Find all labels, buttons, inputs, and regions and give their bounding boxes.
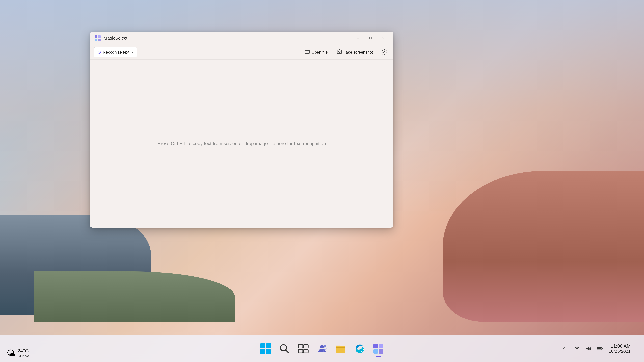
- magic-select-taskbar-button[interactable]: [370, 340, 387, 357]
- battery-icon[interactable]: [596, 345, 604, 353]
- window-controls: ─ □ ✕: [352, 33, 390, 43]
- weather-info: 24°C Sunny: [18, 348, 29, 359]
- svg-rect-1: [98, 35, 100, 38]
- weather-temperature: 24°C: [18, 348, 29, 354]
- minimize-button[interactable]: ─: [352, 33, 364, 43]
- svg-rect-18: [374, 344, 378, 348]
- tray-overflow-button[interactable]: ^: [560, 345, 568, 352]
- svg-rect-10: [298, 345, 303, 348]
- svg-rect-24: [598, 348, 601, 350]
- recognize-text-label: Recognize text: [103, 50, 130, 55]
- app-logo: [94, 34, 101, 42]
- app-title: MagicSelect: [104, 35, 128, 41]
- landscape-mountain-right: [443, 171, 644, 322]
- windows-logo: [260, 344, 271, 354]
- toolbar-right: Open file Take screenshot: [302, 47, 390, 57]
- weather-description: Sunny: [18, 354, 29, 359]
- tray-icons: [573, 345, 604, 353]
- svg-line-9: [286, 350, 289, 353]
- search-taskbar-button[interactable]: [276, 340, 293, 357]
- system-tray: ^: [560, 335, 634, 362]
- teams-button[interactable]: [314, 340, 330, 357]
- open-file-label: Open file: [312, 50, 328, 55]
- clock-date: 10/05/2021: [609, 349, 630, 354]
- open-file-icon: [305, 49, 310, 55]
- svg-rect-13: [304, 350, 308, 353]
- take-screenshot-button[interactable]: Take screenshot: [334, 47, 376, 57]
- content-area[interactable]: Press Ctrl + T to copy text from screen …: [90, 60, 394, 228]
- start-button[interactable]: [257, 340, 274, 357]
- svg-rect-2: [94, 38, 97, 41]
- settings-button[interactable]: [379, 47, 390, 57]
- show-desktop-button[interactable]: [640, 335, 644, 362]
- magicselect-window: MagicSelect ─ □ ✕ ⊙ Recognize text ▾: [90, 31, 394, 228]
- svg-rect-5: [337, 50, 342, 53]
- svg-point-6: [338, 51, 340, 53]
- clock-area[interactable]: 11:00 AM 10/05/2021: [609, 343, 630, 354]
- taskbar: 🌤 24°C Sunny: [0, 335, 644, 362]
- svg-point-7: [384, 51, 385, 53]
- svg-rect-12: [298, 350, 303, 353]
- svg-point-14: [320, 345, 324, 348]
- title-bar: MagicSelect ─ □ ✕: [90, 31, 394, 45]
- svg-rect-3: [98, 38, 100, 41]
- open-file-button[interactable]: Open file: [302, 47, 330, 57]
- landscape-grass: [34, 272, 235, 322]
- svg-point-15: [324, 345, 326, 348]
- svg-rect-11: [304, 345, 308, 348]
- clock-time: 11:00 AM: [611, 343, 630, 349]
- wifi-icon[interactable]: [573, 345, 581, 353]
- dropdown-arrow-icon: ▾: [132, 50, 133, 54]
- svg-rect-23: [602, 348, 602, 349]
- sound-icon[interactable]: [584, 345, 592, 353]
- maximize-button[interactable]: □: [364, 33, 377, 43]
- take-screenshot-icon: [337, 49, 342, 55]
- placeholder-text: Press Ctrl + T to copy text from screen …: [158, 141, 326, 146]
- recognize-text-button[interactable]: ⊙ Recognize text ▾: [94, 47, 137, 57]
- taskbar-center: [257, 340, 387, 357]
- svg-rect-21: [379, 349, 383, 354]
- file-explorer-button[interactable]: [332, 340, 349, 357]
- recognize-text-icon: ⊙: [98, 50, 101, 55]
- edge-button[interactable]: [351, 340, 368, 357]
- task-view-button[interactable]: [295, 340, 312, 357]
- toolbar: ⊙ Recognize text ▾ Open file: [90, 45, 394, 60]
- title-bar-left: MagicSelect: [94, 34, 352, 42]
- svg-rect-19: [379, 344, 383, 348]
- active-indicator: [376, 356, 381, 357]
- take-screenshot-label: Take screenshot: [344, 50, 373, 55]
- svg-rect-0: [94, 35, 97, 38]
- weather-widget[interactable]: 🌤 24°C Sunny: [7, 348, 29, 359]
- svg-rect-20: [374, 349, 378, 354]
- weather-icon: 🌤: [7, 348, 16, 358]
- close-button[interactable]: ✕: [377, 33, 390, 43]
- svg-rect-4: [305, 50, 310, 53]
